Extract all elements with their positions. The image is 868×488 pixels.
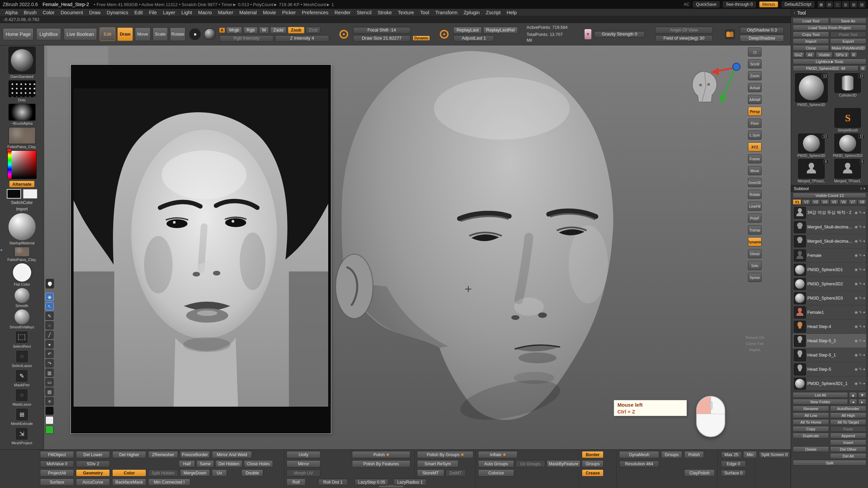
replay-last-rel-button[interactable]: ReplayLastRel [483,27,518,34]
tray-item-masklasso[interactable]: ◌MaskLasso [13,389,32,406]
subtool-item[interactable]: Head Step-5_2◉✎● [793,334,866,348]
sculpt-icon[interactable]: ● [863,310,865,314]
dock-surface-button[interactable]: Surface [40,479,74,486]
paint-icon[interactable]: ✎ [859,239,862,243]
subtool-thumbnail[interactable] [794,349,806,361]
grid-icon[interactable]: ◳ [748,47,762,57]
dock-del-hidden-button[interactable]: Del Hidden [215,460,242,467]
tool-thumbnail[interactable] [798,134,825,153]
subtool-autoreorder-button[interactable]: AutoReorder [830,406,866,411]
document-canvas[interactable]: ◉↖✎○╱●↶↷▥▭▤≡ Mouse left Ctrl + Z [44,45,791,449]
dock-geometry-button[interactable]: Geometry [76,469,110,476]
tray-item-selectrect[interactable]: SelectRect [13,331,31,348]
tool-import-button[interactable]: Import [793,38,829,44]
rightshelf-solo-button[interactable]: Solo [748,261,762,270]
paint-icon[interactable]: ✎ [859,210,862,215]
rightshelf-zoom3d-button[interactable]: Zoom3D [748,178,762,187]
clone-txtr-label[interactable]: Clone Txtr [746,342,764,346]
alpha-thumbnail[interactable] [8,104,36,121]
switchcolor-button[interactable]: SwitchColor [11,200,33,205]
dock-uv-groups-button[interactable]: Uv Groups [515,460,545,467]
eye-icon[interactable]: ◉ [855,253,858,258]
subtool-copy-button[interactable]: Copy [793,426,829,432]
dock-roll-dist-1-button[interactable]: Roll Dist 1 [318,479,348,486]
material-thumbnail[interactable] [8,213,36,240]
pen-icon[interactable]: ✎ [45,312,54,320]
dock-polish-button[interactable]: Polish [684,451,704,458]
m-button[interactable]: M [259,27,269,34]
tool-thumbnail[interactable]: S [834,108,861,128]
tool-thumb-pm3d-sphere3d2[interactable]: 12PM3D_Sphere3D2 [830,134,866,158]
screen-icon[interactable]: ▭ [45,378,54,386]
subtool-menu-icon[interactable]: ≡ ▾ [860,186,865,191]
material-sphere-thumbnail[interactable] [15,288,29,303]
eye-icon[interactable]: ◉ [855,367,858,371]
subtool-duplicate-button[interactable]: Duplicate [793,433,829,439]
subtool-item[interactable]: PM3D_Sphere3D1◉✎● [793,263,866,277]
tray-item-import[interactable]: Import [16,207,27,211]
tray-item-flat-color[interactable]: Flat Color [13,263,31,286]
tool-clone-button[interactable]: Clone [793,45,829,51]
eye-icon[interactable]: ◉ [855,239,858,243]
subtool-tab-v5[interactable]: V5 [830,199,839,205]
tray-item-switchcolor[interactable]: SwitchColor [11,200,33,205]
tool-thumb-cylinder3d[interactable]: 13Cylinder3D [830,73,866,107]
tool-spix-3-button[interactable]: SPix 3 [834,52,849,58]
subtool-append-button[interactable]: Append [830,433,866,439]
tray-item-picker[interactable] [7,150,37,179]
tray-item-meshproject[interactable]: ⇲MeshProject [12,427,32,445]
dock-roll-button[interactable]: Roll [287,479,305,486]
subtool-tab-v2[interactable]: V2 [802,199,810,205]
menu-stroke[interactable]: Stroke [375,10,395,15]
subtool-list-item-button[interactable]: ▸ [858,399,866,405]
subtool-paste-button[interactable]: Paste [830,426,866,432]
tool-load-tool-button[interactable]: Load Tool [793,18,829,24]
menu-file[interactable]: File [146,10,160,15]
subtool-thumbnail[interactable] [794,264,806,276]
visible-count-slider[interactable]: Visible Count 13 [793,193,866,198]
paint-icon[interactable]: ✎ [859,381,862,386]
tool-lightbox-tools-button[interactable]: Lightbox►Tools [793,59,866,64]
dock-lazyradius-1-button[interactable]: LazyRadius 1 [393,479,427,486]
subtool-item[interactable]: Head Step-4◉✎● [793,320,866,334]
tool-palette-header[interactable]: ‹ Tool [791,9,868,17]
dock-colorize-button[interactable]: Colorize [478,469,514,476]
paint-icon[interactable]: ✎ [859,310,862,314]
menu-dynamics[interactable]: Dynamics [104,10,132,15]
subtool-list-item-button[interactable]: ◂ [849,399,857,405]
color-picker[interactable] [7,150,37,179]
subtool-thumbnail[interactable] [794,249,806,262]
rightshelf-xpose-button[interactable]: Xpose [748,273,762,282]
dock-mirror-button[interactable]: Mirror [287,460,320,467]
dock-del-higher-button[interactable]: Del Higher [112,451,146,458]
list-icon[interactable]: ≡ [45,397,54,405]
eye-icon[interactable]: ◉ [855,267,858,272]
dock-uv-button[interactable]: Uv [212,469,227,476]
menu-edit[interactable]: Edit [131,10,146,15]
hue-strip[interactable] [8,151,12,179]
rightshelf-aahalf-button[interactable]: AAHalf [748,95,762,104]
tool-thumbnail[interactable] [834,134,861,153]
saturation-field[interactable] [12,151,36,179]
tool-pm3d-sphere3d2-48-button[interactable]: PM3D_Sphere3D2. 48 [793,65,859,71]
paint-icon[interactable]: ✎ [859,324,862,329]
rightshelf-zoom-button[interactable]: Zoom [748,71,762,80]
angle-of-view-button[interactable]: Angle Of View [655,27,713,34]
menu-movie[interactable]: Movie [260,10,279,15]
dock-split-screen-0-button[interactable]: Split Screen 0 [759,451,790,458]
rightshelf-floor-button[interactable]: Floor [748,119,762,128]
rightshelf-rotate-button[interactable]: Rotate [748,190,762,199]
dock-projectall-button[interactable]: ProjectAll [40,469,74,476]
eye-icon[interactable]: ◉ [855,324,858,329]
subtool-item[interactable]: Head Step-5_1◉✎● [793,348,866,362]
paint-icon[interactable]: ✎ [859,267,862,272]
paint-icon[interactable]: ✎ [859,296,862,300]
sculpt-icon[interactable]: ● [863,339,865,343]
tray-item-smoothvalleys[interactable]: SmoothValleys [9,309,34,329]
material-sphere-thumbnail[interactable] [15,309,29,324]
subtool-item[interactable]: Merged_Skull-decimation2◉✎● [793,220,866,234]
dock-freezeborder-button[interactable]: FreezeBorder [180,451,210,458]
paint-icon[interactable]: ✎ [859,367,862,371]
dock-morph-uv-button[interactable]: Morph UV [287,469,320,476]
texture-thumbnail[interactable] [8,127,36,144]
